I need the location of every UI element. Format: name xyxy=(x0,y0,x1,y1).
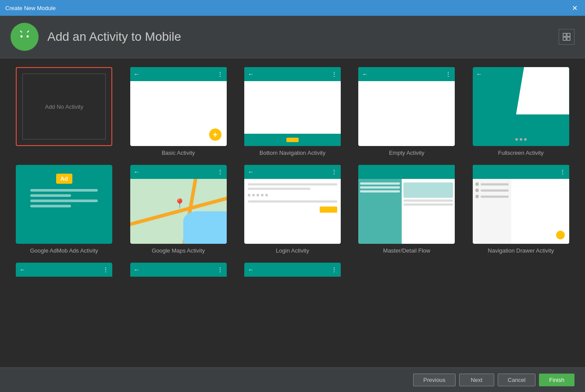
partial-thumbnail-2: ← ⋮ xyxy=(130,263,227,289)
previous-button[interactable]: Previous xyxy=(413,374,456,386)
activity-label: Login Activity xyxy=(276,247,309,254)
svg-rect-6 xyxy=(563,33,566,36)
title-bar-text: Create New Module xyxy=(5,5,56,11)
svg-rect-7 xyxy=(567,33,570,36)
master-detail-toolbar xyxy=(358,165,455,179)
empty-activity-body xyxy=(358,81,455,146)
master-right-block xyxy=(403,182,453,198)
login-body xyxy=(244,179,341,244)
back-arrow-icon: ← xyxy=(134,266,140,273)
list-item[interactable]: ← ⋮ Bottom Navigation Activity xyxy=(239,67,346,156)
login-dot xyxy=(252,194,255,196)
master-detail-content xyxy=(402,179,455,244)
login-dot xyxy=(261,194,264,196)
svg-point-3 xyxy=(27,36,29,38)
bottom-nav-body xyxy=(244,81,341,146)
more-icon: ⋮ xyxy=(560,168,566,175)
back-arrow-icon: ← xyxy=(248,266,254,273)
layout-icon xyxy=(563,33,571,41)
activity-label: Master/Detail Flow xyxy=(383,247,431,254)
more-icon: ⋮ xyxy=(445,71,451,78)
list-item[interactable]: ← ⋮ 📍 Google Maps Activity xyxy=(125,165,232,254)
admob-thumbnail: Ad xyxy=(16,165,112,244)
nav-drawer-circle xyxy=(475,189,479,192)
login-dots xyxy=(248,194,337,196)
header: Add an Activity to Mobile xyxy=(0,16,585,58)
login-line xyxy=(248,183,337,185)
back-arrow-icon: ← xyxy=(248,168,254,175)
back-arrow-icon: ← xyxy=(134,168,140,175)
next-button[interactable]: Next xyxy=(459,374,494,386)
activity-label: Empty Activity xyxy=(389,150,424,156)
list-item[interactable]: ← ⋮ xyxy=(239,263,346,298)
nav-drawer-circle xyxy=(475,195,479,198)
bottom-nav-bar xyxy=(244,134,341,146)
nav-drawer-fab xyxy=(556,231,565,239)
master-list-line xyxy=(360,186,400,189)
nav-drawer-item xyxy=(475,189,509,192)
master-right-line xyxy=(403,203,453,206)
fullscreen-dots xyxy=(515,138,527,141)
basic-activity-mockup: ← ⋮ + xyxy=(130,67,227,146)
list-item[interactable]: ← ⋮ xyxy=(239,165,346,254)
back-arrow-icon: ← xyxy=(362,71,368,78)
maps-pin-icon: 📍 xyxy=(174,198,185,210)
list-item[interactable]: ← ⤢ Fullscreen Activity xyxy=(467,67,574,156)
more-icon: ⋮ xyxy=(217,71,223,78)
activity-label: Fullscreen Activity xyxy=(498,150,544,156)
activity-label: Basic Activity xyxy=(162,150,195,156)
bottom-nav-mockup: ← ⋮ xyxy=(244,67,341,146)
finish-button[interactable]: Finish xyxy=(539,374,574,386)
svg-rect-9 xyxy=(567,37,570,40)
login-line xyxy=(248,188,310,190)
list-item[interactable]: ← ⋮ xyxy=(11,263,118,298)
nav-drawer-toolbar: ⋮ xyxy=(473,165,569,179)
cancel-button[interactable]: Cancel xyxy=(498,374,535,386)
activity-grid-area: Add No Activity ← ⋮ + xyxy=(0,58,585,367)
activity-label: Bottom Navigation Activity xyxy=(260,150,325,156)
master-detail-list xyxy=(358,179,402,244)
more-icon: ⋮ xyxy=(331,71,337,78)
basic-activity-toolbar: ← ⋮ xyxy=(130,67,227,81)
back-arrow-icon: ← xyxy=(19,266,25,273)
partial-thumbnail-3: ← ⋮ xyxy=(244,263,341,289)
android-logo-svg xyxy=(16,28,33,46)
svg-point-2 xyxy=(21,36,23,38)
login-dot xyxy=(265,194,268,196)
login-line xyxy=(248,200,337,203)
list-item[interactable]: ⋮ xyxy=(467,165,574,254)
nav-drawer-thumbnail: ⋮ xyxy=(473,165,569,244)
master-list-line xyxy=(360,190,400,192)
partial-thumbnail-1: ← ⋮ xyxy=(16,263,112,289)
activity-label: Google Maps Activity xyxy=(152,247,205,254)
list-item[interactable]: ← ⋮ + Basic Activity xyxy=(125,67,232,156)
more-icon: ⋮ xyxy=(103,266,109,273)
fullscreen-expand-icon: ⤢ xyxy=(560,71,566,78)
svg-line-5 xyxy=(27,31,29,32)
admob-line xyxy=(30,189,98,192)
login-thumbnail: ← ⋮ xyxy=(244,165,341,244)
layout-icon-button[interactable] xyxy=(559,29,574,45)
more-icon: ⋮ xyxy=(331,266,337,273)
list-item[interactable]: ← ⋮ xyxy=(125,263,232,298)
nav-drawer-body xyxy=(473,179,569,244)
page-title: Add an Activity to Mobile xyxy=(47,30,181,44)
list-item[interactable]: ← ⋮ Empty Activity xyxy=(353,67,460,156)
nav-drawer-item-line xyxy=(481,183,509,185)
partial-toolbar-2: ← ⋮ xyxy=(130,263,227,277)
back-arrow-icon: ← xyxy=(134,71,140,78)
svg-rect-8 xyxy=(563,37,566,40)
list-item[interactable]: Ad Google AdMob Ads Activity xyxy=(11,165,118,254)
list-item[interactable]: Add No Activity xyxy=(11,67,118,156)
more-icon: ⋮ xyxy=(331,168,337,175)
list-item[interactable]: Master/Detail Flow xyxy=(353,165,460,254)
nav-drawer-item xyxy=(475,182,509,186)
nav-drawer-item xyxy=(475,195,509,198)
activity-grid: Add No Activity ← ⋮ + xyxy=(11,67,574,298)
master-right-line xyxy=(403,200,453,202)
fullscreen-back-icon: ← xyxy=(476,71,482,78)
close-button[interactable]: ✕ xyxy=(569,3,580,13)
master-list-line xyxy=(360,182,400,185)
title-bar: Create New Module ✕ xyxy=(0,0,585,16)
nav-drawer-circle xyxy=(475,182,479,186)
